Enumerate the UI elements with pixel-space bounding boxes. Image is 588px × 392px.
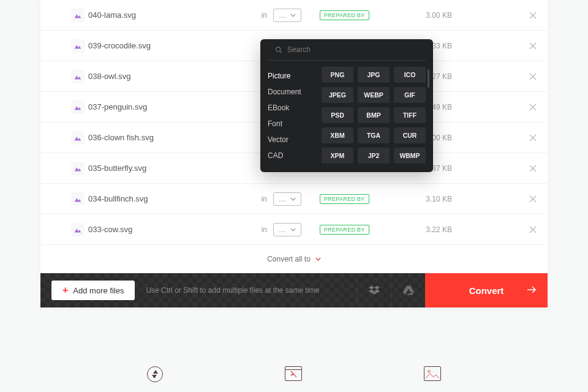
convert-all-label: Convert all to xyxy=(267,255,311,263)
remove-button[interactable] xyxy=(529,134,537,141)
dropbox-icon xyxy=(369,285,380,295)
format-chip[interactable]: GIF xyxy=(394,87,426,103)
format-dropdown[interactable]: ... xyxy=(273,192,301,206)
format-chip[interactable]: TGA xyxy=(358,127,390,143)
refresh-icon xyxy=(147,366,163,382)
file-type-icon xyxy=(71,131,85,145)
file-name: 038-owl.svg xyxy=(88,72,247,81)
file-name: 040-lama.svg xyxy=(88,10,247,20)
dropdown-value: ... xyxy=(279,12,286,19)
file-row: 033-cow.svg in ... PREPARED BY 3.22 KB xyxy=(40,214,548,245)
format-chip[interactable]: XBM xyxy=(322,127,353,143)
chevron-down-icon xyxy=(290,13,296,17)
format-chip[interactable]: BMP xyxy=(358,107,390,123)
format-chip[interactable]: JPG xyxy=(358,67,390,83)
cloud-icons xyxy=(356,273,425,307)
file-size: 3.22 KB xyxy=(391,225,452,234)
dropdown-value: ... xyxy=(279,195,286,203)
format-chip[interactable]: WBMP xyxy=(394,148,426,164)
file-name: 036-clown fish.svg xyxy=(88,133,247,142)
file-row: 040-lama.svg in ... PREPARED BY 3.00 KB xyxy=(40,0,548,31)
file-name: 037-penguin.svg xyxy=(88,102,247,111)
format-chip[interactable]: XPM xyxy=(322,148,353,164)
format-chip[interactable]: TIFF xyxy=(394,107,426,123)
gdrive-icon xyxy=(403,285,414,295)
file-type-icon xyxy=(71,39,85,53)
remove-button[interactable] xyxy=(529,42,537,50)
format-chip[interactable]: JPEG xyxy=(322,87,353,103)
status-badge: PREPARED BY xyxy=(320,194,369,204)
add-more-button[interactable]: + Add more files xyxy=(51,281,135,300)
convert-button[interactable]: Convert xyxy=(425,273,548,307)
remove-button[interactable] xyxy=(529,104,537,111)
format-chip[interactable]: PNG xyxy=(322,67,353,83)
in-label: in xyxy=(251,11,270,20)
remove-button[interactable] xyxy=(529,165,537,172)
file-name: 034-bullfinch.svg xyxy=(88,194,247,203)
gdrive-button[interactable] xyxy=(391,273,425,307)
plus-icon: + xyxy=(62,285,68,295)
chevron-down-icon xyxy=(315,257,321,261)
picker-category[interactable]: Document xyxy=(268,88,318,96)
format-chip[interactable]: ICO xyxy=(394,67,426,83)
chevron-down-icon xyxy=(290,197,296,201)
svg-point-0 xyxy=(276,47,281,51)
file-type-icon xyxy=(71,162,85,175)
file-name: 039-crocodile.svg xyxy=(88,41,247,50)
file-type-icon xyxy=(71,192,85,206)
format-chip[interactable]: PSD xyxy=(322,107,353,123)
svg-point-2 xyxy=(428,371,431,373)
picker-categories: PictureDocumentEBookFontVectorCAD xyxy=(268,67,318,164)
file-type-icon xyxy=(71,9,85,22)
status-badge: PREPARED BY xyxy=(320,225,369,235)
picker-category[interactable]: EBook xyxy=(268,104,318,112)
picker-category[interactable]: CAD xyxy=(268,151,318,160)
browser-icon xyxy=(285,366,302,381)
dropbox-button[interactable] xyxy=(356,273,391,307)
picker-format-grid: PNGJPGICOJPEGWEBPGIFPSDBMPTIFFXBMTGACURX… xyxy=(322,67,426,164)
file-size: 3.10 KB xyxy=(391,195,452,203)
file-type-icon xyxy=(71,70,85,83)
format-dropdown[interactable]: ... xyxy=(273,223,301,236)
picker-category[interactable]: Font xyxy=(268,119,318,128)
remove-button[interactable] xyxy=(529,226,537,233)
remove-button[interactable] xyxy=(529,12,537,19)
picker-category[interactable]: Picture xyxy=(268,72,318,80)
remove-button[interactable] xyxy=(529,195,537,203)
footer-bar: + Add more files Use Ctrl or Shift to ad… xyxy=(40,273,548,307)
arrow-right-icon xyxy=(527,285,537,296)
picker-category[interactable]: Vector xyxy=(268,135,318,144)
search-icon xyxy=(275,46,282,54)
in-label: in xyxy=(251,225,270,234)
feature-icons-row xyxy=(0,366,588,382)
file-name: 035-butterfly.svg xyxy=(88,164,247,173)
svg-line-1 xyxy=(280,51,282,53)
status-badge: PREPARED BY xyxy=(320,10,369,20)
file-type-icon xyxy=(71,223,85,236)
in-label: in xyxy=(251,195,270,203)
format-dropdown[interactable]: ... xyxy=(273,9,301,22)
format-chip[interactable]: CUR xyxy=(394,127,426,143)
footer-hint: Use Ctrl or Shift to add multiple files … xyxy=(146,286,319,295)
chevron-down-icon xyxy=(290,228,296,232)
file-name: 033-cow.svg xyxy=(88,225,247,234)
file-type-icon xyxy=(71,100,85,114)
dropdown-value: ... xyxy=(279,226,286,233)
image-icon xyxy=(424,366,441,381)
file-row: 034-bullfinch.svg in ... PREPARED BY 3.1… xyxy=(40,184,548,214)
convert-all-row[interactable]: Convert all to xyxy=(40,245,548,273)
format-chip[interactable]: WEBP xyxy=(358,87,390,103)
picker-search-row xyxy=(268,39,426,61)
add-more-label: Add more files xyxy=(73,286,124,295)
format-chip[interactable]: JP2 xyxy=(358,148,390,164)
remove-button[interactable] xyxy=(529,73,537,80)
file-size: 3.00 KB xyxy=(391,11,452,20)
convert-label: Convert xyxy=(469,285,504,296)
picker-scrollbar[interactable] xyxy=(428,69,429,88)
format-picker: PictureDocumentEBookFontVectorCAD PNGJPG… xyxy=(260,39,433,172)
picker-search-input[interactable] xyxy=(287,45,418,54)
